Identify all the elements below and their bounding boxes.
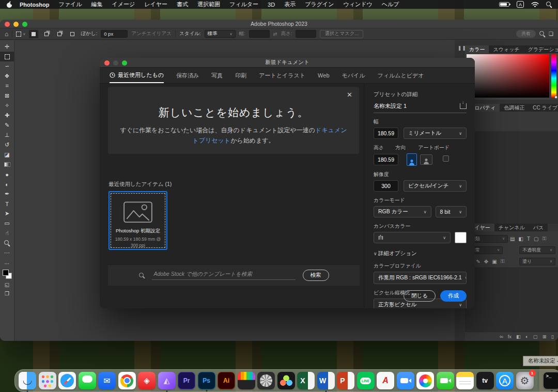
dock-app-zoom[interactable] [397, 372, 414, 389]
dock-app-settings[interactable]: ⚙1 [516, 372, 534, 389]
dodge-tool[interactable]: ◐ [0, 179, 14, 189]
add-selection-button[interactable] [42, 30, 51, 38]
path-selection-tool[interactable]: ➤ [0, 209, 14, 218]
layers-footer-icon-4[interactable]: ▢ [533, 334, 538, 339]
hue-slider[interactable] [551, 54, 556, 98]
preset-name-input[interactable]: 名称未設定 1 [374, 102, 407, 110]
style-dropdown[interactable]: 標準 [205, 30, 236, 38]
save-preset-icon[interactable] [460, 103, 467, 109]
home-icon[interactable]: ⌂ [5, 30, 8, 38]
stock-search-input[interactable]: Adobe Stock で他のテンプレートを検索 [152, 271, 296, 280]
menu-item-フィルター[interactable]: フィルター [229, 1, 258, 8]
dock-app-affinity[interactable]: ◭ [158, 372, 176, 389]
workspace-icon[interactable]: ❏ [549, 31, 553, 37]
dock-app-mail[interactable]: ✉ [98, 372, 116, 389]
filter-icon-2[interactable]: T [527, 236, 530, 242]
menu-item-Photoshop[interactable]: Photoshop [20, 2, 49, 8]
more-tools[interactable]: ⋯ [0, 248, 14, 258]
minimize-window-button[interactable] [13, 22, 19, 27]
dialog-tab-写真[interactable]: 写真 [211, 68, 223, 83]
menu-item-表示[interactable]: 表示 [284, 1, 296, 8]
dock-app-resolve[interactable] [277, 372, 295, 389]
apple-menu-icon[interactable] [6, 1, 12, 8]
eyedropper-tool[interactable]: ✧ [0, 101, 14, 111]
quick-mask-icon[interactable]: ◱ [5, 282, 9, 288]
portrait-orientation-button[interactable] [407, 153, 417, 166]
lock-icon-1[interactable]: ✎ [476, 259, 480, 264]
antialias-label[interactable]: アンチエイリアス [131, 30, 172, 37]
landscape-orientation-button[interactable] [420, 154, 432, 165]
filter-icon-1[interactable]: ◧ [518, 236, 523, 242]
select-and-mask-button[interactable]: 選択とマスク... [320, 30, 363, 38]
dock-app-terminal[interactable]: >_ [543, 372, 558, 389]
color-mode-dropdown[interactable]: RGB カラー [374, 206, 431, 217]
panel-tab-チャンネル[interactable]: チャンネル [494, 224, 529, 231]
history-brush-tool[interactable]: ↺ [0, 140, 14, 150]
color-profile-dropdown[interactable]: 作業用 RGB : sRGB IEC61966-2.1 [374, 272, 467, 284]
panel-tab-スウォッチ[interactable]: スウォッチ [489, 45, 523, 53]
menu-item-ファイル[interactable]: ファイル [58, 1, 82, 8]
menu-item-イメージ[interactable]: イメージ [112, 1, 135, 8]
menu-item-書式[interactable]: 書式 [177, 1, 188, 8]
crop-tool[interactable]: ⌗ [0, 81, 14, 91]
artboard-checkbox[interactable] [443, 155, 449, 162]
clone-stamp-tool[interactable]: ⊥ [0, 130, 14, 140]
object-selection-tool[interactable]: ❖ [0, 71, 14, 81]
lock-icon-2[interactable]: ✥ [484, 259, 488, 264]
dock-app-line[interactable]: LINE [357, 372, 375, 389]
layers-footer-icon-6[interactable]: ▯ [551, 334, 554, 339]
dock-app-finder[interactable] [19, 372, 36, 389]
height-input[interactable]: 180.59 [374, 154, 398, 165]
dialog-tab-Web[interactable]: Web [318, 68, 329, 83]
recent-preset-card[interactable]: Photoshop 初期設定 180.59 x 180.59 mm @ 300 … [109, 191, 167, 250]
dock-app-excel[interactable]: X [297, 372, 315, 389]
stock-search-button[interactable]: 検索 [303, 270, 329, 281]
blur-tool[interactable]: ● [0, 169, 14, 179]
resolution-unit-dropdown[interactable]: ピクセル/インチ [404, 180, 467, 192]
dialog-zoom-button[interactable] [122, 60, 127, 66]
dock-app-notes[interactable] [456, 372, 474, 389]
zoom-window-button[interactable] [22, 22, 27, 27]
resolution-input[interactable]: 300 [374, 180, 398, 192]
bit-depth-dropdown[interactable]: 8 bit [436, 206, 467, 217]
saturation-field[interactable] [467, 54, 549, 98]
dialog-tab-保存済み[interactable]: 保存済み [176, 68, 199, 83]
panel-tab-グラデーション[interactable]: グラデーション [524, 45, 558, 53]
dock-app-safari[interactable] [58, 372, 76, 389]
fill-field[interactable]: 塗り [519, 258, 555, 265]
panel-tab-CC ライブラリ[interactable]: CC ライブラリ [529, 104, 558, 112]
screen-mode-icon[interactable]: ❐ [5, 291, 9, 296]
menu-item-ウィンドウ[interactable]: ウィンドウ [343, 1, 372, 8]
search-icon[interactable] [539, 31, 545, 37]
dialog-tab-最近使用したもの[interactable]: 最近使用したもの [110, 68, 164, 83]
foreground-background-swatch[interactable] [3, 270, 12, 279]
swap-dimensions-icon[interactable]: ⇄ [273, 31, 277, 37]
filter-icon-3[interactable]: ▢ [534, 236, 538, 242]
intersect-selection-button[interactable] [68, 30, 77, 38]
layers-footer-icon-1[interactable]: fx [508, 334, 512, 339]
panel-tab-色調補正[interactable]: 色調補正 [500, 104, 529, 112]
dock-app-appletv[interactable]: tv [476, 372, 494, 389]
create-button[interactable]: 作成 [440, 290, 467, 302]
shape-tool[interactable]: ▭ [0, 218, 14, 228]
dialog-tab-フィルムとビデオ[interactable]: フィルムとビデオ [378, 68, 424, 83]
dock-app-diamond[interactable]: ◈ [138, 372, 156, 389]
zoom-tool[interactable] [0, 238, 14, 248]
opacity-field[interactable]: 不透明度 [519, 246, 555, 254]
layers-footer-icon-5[interactable]: ⊞ [542, 334, 547, 339]
dock-app-messages[interactable] [79, 372, 96, 389]
width-input[interactable] [249, 30, 270, 38]
unit-dropdown[interactable]: ミリメートル [404, 128, 467, 139]
dock-app-powerpoint[interactable]: P [337, 372, 354, 389]
dialog-tab-アートとイラスト[interactable]: アートとイラスト [259, 68, 305, 83]
dock-app-appstore[interactable]: A [496, 372, 514, 389]
panel-tab-パス[interactable]: パス [529, 224, 548, 231]
lock-icon-3[interactable]: ▣ [492, 259, 497, 264]
layers-footer-icon-0[interactable]: ∞ [500, 334, 503, 339]
feather-input[interactable]: 0 px [101, 30, 128, 38]
menu-item-レイヤー[interactable]: レイヤー [144, 1, 167, 8]
advanced-options-toggle[interactable]: 詳細オプション [374, 250, 467, 257]
panel-tab-カラー[interactable]: カラー [465, 45, 489, 53]
move-tool[interactable]: ✛ [0, 42, 14, 52]
dialog-tab-モバイル[interactable]: モバイル [342, 68, 365, 83]
